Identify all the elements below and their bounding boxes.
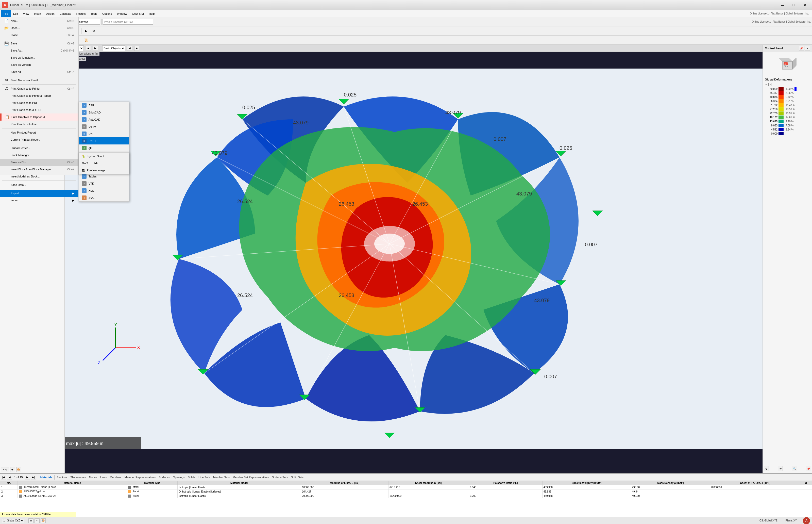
table-membersets-tab[interactable]: Member Sets xyxy=(213,476,230,479)
menu-view[interactable]: View xyxy=(20,10,32,17)
menu-insert[interactable]: Insert xyxy=(32,10,44,17)
table-surfacesets-tab[interactable]: Surface Sets xyxy=(272,476,288,479)
filter-select[interactable]: Basic Objects xyxy=(102,46,125,51)
tb3-script[interactable]: 📜 xyxy=(83,36,89,44)
table-row[interactable]: 2 PES-PVC Typ I | -- Fabric Orthotropic … xyxy=(0,490,812,494)
menu-send-email[interactable]: ✉ Send Model via Email xyxy=(0,77,79,84)
menu-save-all[interactable]: Save All Ctrl+A xyxy=(0,68,79,76)
table-lines-tab[interactable]: Lines xyxy=(100,476,106,479)
table-member-reps-tab[interactable]: Member Representatives xyxy=(124,476,156,479)
table-solids-tab[interactable]: Solids xyxy=(188,476,196,479)
menu-insert-model[interactable]: Insert Model as Block... xyxy=(0,173,79,180)
menu-block-manager[interactable]: Block Manager... xyxy=(0,151,79,159)
table-linesets-tab[interactable]: Line Sets xyxy=(199,476,210,479)
menu-dlubal-center[interactable]: Dlubal Center... xyxy=(0,145,79,151)
table-materials-tab[interactable]: Materials xyxy=(40,476,52,479)
close-button[interactable]: ✕ xyxy=(800,1,810,9)
menu-print-file[interactable]: Print Graphics to File xyxy=(0,120,79,128)
menu-python-script[interactable]: 🐍 Python Script xyxy=(79,152,129,160)
table-openings-tab[interactable]: Openings xyxy=(173,476,185,479)
filter-next-btn[interactable]: ▶ xyxy=(134,46,139,51)
export-svg[interactable]: S SVG xyxy=(79,194,129,201)
menu-cadbim[interactable]: CAD-BIM xyxy=(130,10,146,17)
menu-close[interactable]: Close Ctrl+W xyxy=(0,32,79,38)
export-gltf[interactable]: G gITF xyxy=(79,145,129,151)
minimize-button[interactable]: — xyxy=(778,1,788,9)
axis-xyz-button[interactable]: XYZ xyxy=(1,467,9,472)
export-vtk[interactable]: V VTK xyxy=(79,180,129,187)
export-dxf2[interactable]: D DXF II xyxy=(79,137,129,145)
menu-new[interactable]: 📄 New... Ctrl+N xyxy=(0,17,79,24)
lc-input[interactable] xyxy=(75,19,100,24)
export-bricscad[interactable]: B BricsCAD xyxy=(79,109,129,116)
menu-base-data[interactable]: Base Data... xyxy=(0,181,79,189)
cp-settings-btn[interactable]: ⚙ xyxy=(764,466,769,471)
table-members-tab[interactable]: Members xyxy=(110,476,121,479)
menu-print-clipboard[interactable]: 📋 Print Graphics to Clipboard xyxy=(0,114,79,120)
menu-save-template[interactable]: Save as Template... xyxy=(0,54,79,61)
render-button[interactable]: 🎨 xyxy=(16,467,21,472)
table-nodes-tab[interactable]: Nodes xyxy=(89,476,97,479)
menu-edit[interactable]: Edit xyxy=(11,10,20,17)
menu-save-version[interactable]: Save as Version xyxy=(0,61,79,68)
tb2-settings[interactable]: ⚙ xyxy=(90,28,97,34)
menu-calculate[interactable]: Calculate xyxy=(57,10,74,17)
menu-import[interactable]: Import ▶ xyxy=(0,197,79,204)
cp-view-btn[interactable]: 👁 xyxy=(778,466,783,471)
menu-current-printout[interactable]: Current Printout Report xyxy=(0,136,79,143)
filter-prev-btn[interactable]: ◀ xyxy=(127,46,132,51)
menu-open[interactable]: 📂 Open... Ctrl+O xyxy=(0,24,79,32)
menu-export[interactable]: Export ▶ xyxy=(0,190,79,197)
table-first-btn[interactable]: |◀ xyxy=(1,475,6,480)
export-dstv[interactable]: D DSTV xyxy=(79,123,129,130)
menu-print-printer[interactable]: 🖨 Print Graphics to Printer Ctrl+P xyxy=(0,85,79,92)
export-asf[interactable]: A ASF xyxy=(79,102,129,109)
export-dxf[interactable]: D DXF xyxy=(79,130,129,137)
menu-insert-block[interactable]: Insert Block from Block Manager... Ctrl+… xyxy=(0,166,79,173)
nav-cube[interactable]: Top -X xyxy=(777,54,797,75)
coordinate-system-select[interactable]: 1 - Global XYZ xyxy=(2,518,24,523)
menu-save[interactable]: 💾 Save Ctrl+S xyxy=(0,40,79,47)
table-row[interactable]: 1 19-Wire Steel Strand | Lexco Metal Iso… xyxy=(0,485,812,490)
display-settings-button[interactable]: 👁 xyxy=(10,467,15,472)
viewport-next-btn[interactable]: ▶ xyxy=(93,46,98,51)
menu-new-printout[interactable]: New Printout Report xyxy=(0,129,79,136)
menu-results[interactable]: Results xyxy=(74,10,88,17)
sb-btn1[interactable]: ⊕ xyxy=(29,519,34,523)
menu-save-as[interactable]: Save As... Ctrl+Shift+S xyxy=(0,47,79,54)
menu-window[interactable]: Window xyxy=(115,10,130,17)
menu-print-report[interactable]: Print Graphics to Printout Report xyxy=(0,92,79,99)
export-autocad[interactable]: A AutoCAD xyxy=(79,116,129,123)
table-solidsets-tab[interactable]: Solid Sets xyxy=(291,476,304,479)
table-scroll[interactable]: No. Material Name Material Type Material… xyxy=(0,481,812,504)
cp-pin-button[interactable]: 📌 xyxy=(799,46,804,51)
sb-btn2[interactable]: 👁 xyxy=(34,519,39,523)
cp-zoom-btn[interactable]: 🔍 xyxy=(792,466,797,471)
user-avatar[interactable]: A xyxy=(803,517,810,524)
menu-save-block[interactable]: Save as Bloc... Ctrl+B xyxy=(0,159,79,166)
cp-close-button[interactable]: ✕ xyxy=(805,46,810,51)
sb-btn3[interactable]: 🎨 xyxy=(40,519,46,523)
menu-options[interactable]: Options xyxy=(100,10,115,17)
table-next-btn[interactable]: ▶ xyxy=(25,475,30,480)
table-surfaces-tab[interactable]: Surfaces xyxy=(159,476,170,479)
menu-print-pdf[interactable]: Print Graphics to PDF xyxy=(0,99,79,107)
menu-assign[interactable]: Assign xyxy=(44,10,57,17)
menu-goto[interactable]: Go To Edit xyxy=(79,160,129,167)
table-last-btn[interactable]: ▶| xyxy=(31,475,36,480)
table-row[interactable]: 3 A500 Grade B | AISC 360-22 Steel Isotr… xyxy=(0,494,812,498)
menu-help[interactable]: Help xyxy=(147,10,157,17)
tb2-anim[interactable]: ▶ xyxy=(83,28,89,34)
table-prev-btn[interactable]: ◀ xyxy=(7,475,12,480)
menu-print-3dpdf[interactable]: Print Graphics to 3D PDF xyxy=(0,107,79,114)
table-thicknesses-tab[interactable]: Thicknesses xyxy=(70,476,86,479)
table-membersetsreps-tab[interactable]: Member Set Representatives xyxy=(233,476,269,479)
menu-file[interactable]: File xyxy=(1,10,11,17)
menu-tools[interactable]: Tools xyxy=(88,10,100,17)
export-xml[interactable]: X XML xyxy=(79,187,129,194)
search-input[interactable] xyxy=(102,19,153,24)
maximize-button[interactable]: □ xyxy=(789,1,799,9)
viewport-prev-btn[interactable]: ◀ xyxy=(86,46,91,51)
table-sections-tab[interactable]: Sections xyxy=(56,476,67,479)
menu-preview-image[interactable]: 🖼 Preview Image xyxy=(79,167,129,174)
